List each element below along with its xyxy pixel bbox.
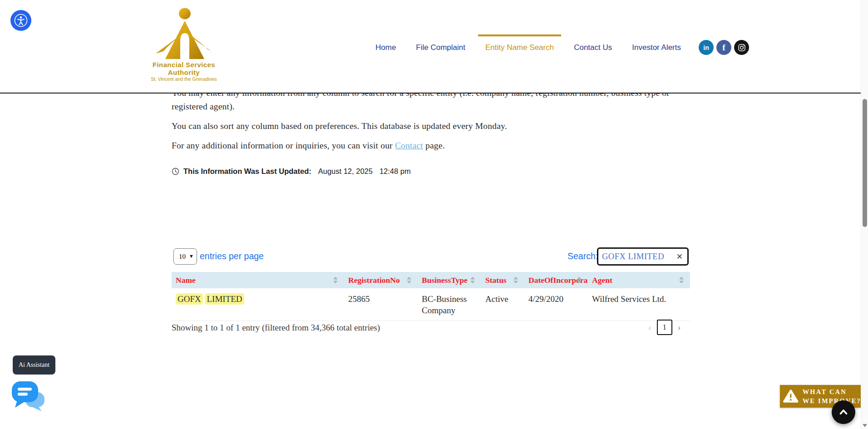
scroll-to-top-button[interactable] xyxy=(832,400,855,424)
logo-title: Financial Services Authority xyxy=(136,61,232,76)
pagination: ‹ 1 › xyxy=(648,320,681,335)
cell-status: Active xyxy=(481,288,524,321)
intro-paragraph-3-text: For any additional information or inquir… xyxy=(172,141,395,150)
column-header-businesstype[interactable]: BusinessType xyxy=(418,272,481,288)
column-header-name[interactable]: Name xyxy=(172,272,344,288)
column-header-registrationno[interactable]: RegistrationNo xyxy=(344,272,418,288)
highlight: GOFX xyxy=(176,293,203,305)
logo-subtitle: St. Vincent and the Grenadines xyxy=(136,76,232,82)
chevron-up-icon xyxy=(838,406,849,418)
table-controls: 10 ▼ entries per page Search: GOFX LIMIT… xyxy=(172,247,690,266)
scrollbar-thumb[interactable] xyxy=(863,99,867,227)
last-updated-row: This Information Was Last Updated: Augus… xyxy=(172,167,411,176)
last-updated-date: August 12, 2025 xyxy=(318,167,373,176)
entries-select-wrap: 10 ▼ xyxy=(173,248,197,265)
fsa-logo-icon xyxy=(155,6,213,60)
search-input-value: GOFX LIMITED xyxy=(602,252,676,261)
column-label: Agent xyxy=(592,276,612,285)
social-links: in f xyxy=(699,40,749,55)
column-header-status[interactable]: Status xyxy=(481,272,524,288)
nav-file-complaint[interactable]: File Complaint xyxy=(416,43,465,52)
feedback-line-1: WHAT CAN xyxy=(803,388,847,395)
previous-page-button[interactable]: ‹ xyxy=(648,323,651,332)
next-page-button[interactable]: › xyxy=(678,323,681,332)
feedback-banner-text: WHAT CAN WE IMPROVE? xyxy=(803,387,861,405)
nav-entity-name-search[interactable]: Entity Name Search xyxy=(485,43,554,52)
warning-triangle-icon xyxy=(783,389,799,404)
clock-history-icon xyxy=(172,168,179,175)
column-label: BusinessType xyxy=(422,276,468,285)
sort-icon xyxy=(577,277,582,284)
intro-paragraph-3-tail: page. xyxy=(423,141,445,150)
sort-icon xyxy=(407,277,411,284)
cell-name: GOFX LIMITED xyxy=(172,288,344,321)
column-label: RegistrationNo xyxy=(348,276,400,285)
intro-paragraph-2: You can also sort any column based on pr… xyxy=(172,119,690,133)
chat-bubbles-icon xyxy=(11,380,49,413)
feedback-line-2: WE IMPROVE? xyxy=(803,397,861,404)
entity-table: Name RegistrationNo BusinessType Status … xyxy=(172,272,690,321)
site-header: Financial Services Authority St. Vincent… xyxy=(0,0,861,94)
instagram-icon[interactable] xyxy=(734,40,749,55)
cell-business-type: BC-Business Company xyxy=(418,288,481,321)
clear-search-icon[interactable]: ✕ xyxy=(676,253,684,261)
cell-registration-no: 25865 xyxy=(344,288,418,321)
cell-agent: Wilfred Services Ltd. xyxy=(588,288,690,321)
sort-icon xyxy=(470,277,475,284)
linkedin-icon[interactable]: in xyxy=(699,40,714,55)
cell-date-of-incorporation: 4/29/2020 xyxy=(524,288,588,321)
column-label: Name xyxy=(176,276,196,285)
page-1-button[interactable]: 1 xyxy=(657,320,672,335)
table-summary: Showing 1 to 1 of 1 entry (filtered from… xyxy=(172,323,380,333)
entries-per-page-select[interactable]: 10 xyxy=(173,248,197,265)
sort-icon xyxy=(333,277,338,284)
page: Financial Services Authority St. Vincent… xyxy=(0,0,868,429)
scrollbar-down-arrow-icon[interactable] xyxy=(863,424,867,427)
accessibility-icon[interactable] xyxy=(10,10,31,31)
table-header-row: Name RegistrationNo BusinessType Status … xyxy=(172,272,690,288)
fsa-logo[interactable]: Financial Services Authority St. Vincent… xyxy=(136,6,232,82)
ai-assistant-chat-button[interactable] xyxy=(11,380,49,413)
instagram-camera-icon xyxy=(737,43,746,52)
entries-per-page-label: entries per page xyxy=(200,251,264,261)
column-header-dateofincorporation[interactable]: DateOfIncorporation xyxy=(524,272,588,288)
scrollbar[interactable] xyxy=(861,0,868,429)
last-updated-time: 12:48 pm xyxy=(380,167,411,176)
search-label: Search: xyxy=(567,251,598,261)
nav-home[interactable]: Home xyxy=(375,43,396,52)
accessibility-person-icon xyxy=(13,13,29,28)
contact-link[interactable]: Contact xyxy=(395,141,423,150)
last-updated-label: This Information Was Last Updated: xyxy=(183,167,311,176)
main-nav: Home File Complaint Entity Name Search C… xyxy=(375,43,681,52)
ai-assistant-tooltip: Ai Assistant xyxy=(13,355,55,375)
search-input[interactable]: GOFX LIMITED ✕ xyxy=(597,247,689,266)
column-label: Status xyxy=(485,276,507,285)
column-header-agent[interactable]: Agent xyxy=(588,272,690,288)
sort-icon xyxy=(513,277,518,284)
facebook-icon[interactable]: f xyxy=(716,40,731,55)
intro-paragraph-3: For any additional information or inquir… xyxy=(172,139,690,153)
nav-investor-alerts[interactable]: Investor Alerts xyxy=(632,43,681,52)
nav-contact-us[interactable]: Contact Us xyxy=(574,43,612,52)
table-row: GOFX LIMITED 25865 BC-Business Company A… xyxy=(172,288,690,321)
highlight: LIMITED xyxy=(205,293,244,305)
sort-icon xyxy=(679,277,684,284)
